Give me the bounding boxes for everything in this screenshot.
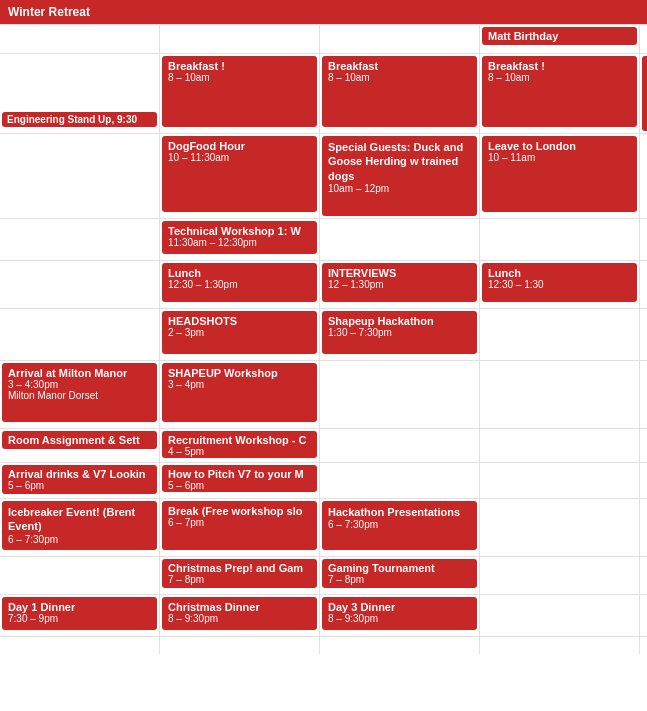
leave-london-event[interactable]: Leave to London 10 – 11am [482, 136, 637, 212]
col4-birthday [640, 25, 647, 53]
col1-technical: Technical Workshop 1: W 11:30am – 12:30p… [160, 219, 320, 260]
col0-headshots [0, 309, 160, 360]
gaming-tournament-event[interactable]: Gaming Tournament 7 – 8pm [322, 559, 477, 588]
col2-breakfast: Breakfast 8 – 10am [320, 54, 480, 133]
engineering-standup-label: Engineering Stand Up, 9:30 [7, 114, 137, 125]
col3-breakfast: Breakfast ! 8 – 10am [480, 54, 640, 133]
christmas-prep-event[interactable]: Christmas Prep! and Gam 7 – 8pm [162, 559, 317, 588]
breakfast-col1-event[interactable]: Breakfast ! 8 – 10am [162, 56, 317, 127]
lunch-col2-event[interactable]: Lunch 12:30 – 1:30 [482, 263, 637, 302]
col3-technical [480, 219, 640, 260]
shapeup-hackathon-title: Shapeup Hackathon [328, 315, 471, 327]
recruitment-workshop-event[interactable]: Recruitment Workshop - C 4 – 5pm [162, 431, 317, 458]
arrival-row: Arrival at Milton Manor 3 – 4:30pm Milto… [0, 360, 647, 428]
icebreaker-time: 6 – 7:30pm [8, 534, 151, 545]
shapeup-workshop-title: SHAPEUP Workshop [168, 367, 311, 379]
special-guests-event[interactable]: Special Guests: Duck and Goose Herding w… [322, 136, 477, 216]
col1-birthday [160, 25, 320, 53]
day3-dinner-event[interactable]: Day 3 Dinner 8 – 9:30pm [322, 597, 477, 630]
col1-dogfood: DogFood Hour 10 – 11:30am [160, 134, 320, 218]
christmas-dinner-event[interactable]: Christmas Dinner 8 – 9:30pm [162, 597, 317, 630]
breakfast-row: Engineering Stand Up, 9:30 Breakfast ! 8… [0, 53, 647, 133]
break-free-event[interactable]: Break (Free workshop slo 6 – 7pm [162, 501, 317, 550]
hackathon-presentations-time: 6 – 7:30pm [328, 519, 471, 530]
matt-birthday-event[interactable]: Matt Birthday [482, 27, 637, 45]
room-row: Room Assignment & Sett Recruitment Works… [0, 428, 647, 462]
breakfast-col2-title: Breakfast [328, 60, 471, 72]
gaming-tournament-time: 7 – 8pm [328, 574, 471, 585]
col1-interviews: Lunch 12:30 – 1:30pm [160, 261, 320, 308]
col0-breakfast: Engineering Stand Up, 9:30 [0, 54, 160, 133]
room-assignment-event[interactable]: Room Assignment & Sett [2, 431, 157, 449]
matt-birthday-row: Matt Birthday [0, 24, 647, 53]
breakfast-col2-event[interactable]: Breakfast 8 – 10am [322, 56, 477, 127]
technical-row: Technical Workshop 1: W 11:30am – 12:30p… [0, 218, 647, 260]
special-guests-time: 10am – 12pm [328, 183, 471, 194]
day3-dinner-time: 8 – 9:30pm [328, 613, 471, 624]
col3-dinner [480, 595, 640, 636]
break-free-time: 6 – 7pm [168, 517, 311, 528]
lunch-col2-title: Lunch [488, 267, 631, 279]
dogfood-row: DogFood Hour 10 – 11:30am Special Guests… [0, 133, 647, 218]
col4-headshots [640, 309, 647, 360]
how-to-pitch-event[interactable]: How to Pitch V7 to your M 5 – 6pm [162, 465, 317, 492]
winter-retreat-title: Winter Retreat [8, 5, 90, 19]
lunch-col2-time: 12:30 – 1:30 [488, 279, 631, 290]
headshots-event[interactable]: HEADSHOTS 2 – 3pm [162, 311, 317, 354]
col0-drinks: Arrival drinks & V7 Lookin 5 – 6pm [0, 463, 160, 498]
technical-workshop-title: Technical Workshop 1: W [168, 225, 311, 237]
arrival-drinks-event[interactable]: Arrival drinks & V7 Lookin 5 – 6pm [2, 465, 157, 494]
headshots-row: HEADSHOTS 2 – 3pm Shapeup Hackathon 1:30… [0, 308, 647, 360]
col4-dinner [640, 595, 647, 636]
hackathon-presentations-event[interactable]: Hackathon Presentations 6 – 7:30pm [322, 501, 477, 550]
breakfast-col3-time: 8 – 10am [488, 72, 631, 83]
calendar-container: Winter Retreat Matt Birthday Engineering… [0, 0, 647, 654]
breakfast-col3-event[interactable]: Breakfast ! 8 – 10am [482, 56, 637, 127]
breakfast-col1-time: 8 – 10am [168, 72, 311, 83]
arrival-title: Arrival at Milton Manor [8, 367, 151, 379]
col2-dogfood: Special Guests: Duck and Goose Herding w… [320, 134, 480, 218]
col3-icebreaker [480, 499, 640, 556]
col4-icebreaker [640, 499, 647, 556]
lunch-col1-event[interactable]: Lunch 12:30 – 1:30pm [162, 263, 317, 302]
technical-workshop-time: 11:30am – 12:30pm [168, 237, 311, 248]
arrival-drinks-time: 5 – 6pm [8, 480, 151, 491]
col0-interviews [0, 261, 160, 308]
drinks-row: Arrival drinks & V7 Lookin 5 – 6pm How t… [0, 462, 647, 498]
interviews-title: INTERVIEWS [328, 267, 471, 279]
shapeup-hackathon-event[interactable]: Shapeup Hackathon 1:30 – 7:30pm [322, 311, 477, 354]
icebreaker-event[interactable]: Icebreaker Event! (Brent Event) 6 – 7:30… [2, 501, 157, 550]
col0-icebreaker: Icebreaker Event! (Brent Event) 6 – 7:30… [0, 499, 160, 556]
col1-icebreaker: Break (Free workshop slo 6 – 7pm [160, 499, 320, 556]
col2-icebreaker: Hackathon Presentations 6 – 7:30pm [320, 499, 480, 556]
col3-birthday: Matt Birthday [480, 25, 640, 53]
interviews-event[interactable]: INTERVIEWS 12 – 1:30pm [322, 263, 477, 302]
col0-dinner: Day 1 Dinner 7:30 – 9pm [0, 595, 160, 636]
christmas-prep-title: Christmas Prep! and Gam [168, 562, 311, 574]
col0-room: Room Assignment & Sett [0, 429, 160, 462]
col4-interviews [640, 261, 647, 308]
day1-dinner-event[interactable]: Day 1 Dinner 7:30 – 9pm [2, 597, 157, 630]
col1-xmasprep: Christmas Prep! and Gam 7 – 8pm [160, 557, 320, 594]
shapeup-workshop-time: 3 – 4pm [168, 379, 311, 390]
arrival-event[interactable]: Arrival at Milton Manor 3 – 4:30pm Milto… [2, 363, 157, 422]
col3-arrival [480, 361, 640, 428]
bottom-row [0, 636, 647, 654]
engineering-standup[interactable]: Engineering Stand Up, 9:30 [2, 112, 157, 127]
headshots-title: HEADSHOTS [168, 315, 311, 327]
col1-dinner: Christmas Dinner 8 – 9:30pm [160, 595, 320, 636]
lunch-col1-time: 12:30 – 1:30pm [168, 279, 311, 290]
col3-drinks [480, 463, 640, 498]
dogfood-event[interactable]: DogFood Hour 10 – 11:30am [162, 136, 317, 212]
col4-drinks [640, 463, 647, 498]
yoga-label[interactable]: Yoga with A [642, 56, 647, 131]
col0-birthday [0, 25, 160, 53]
arrival-drinks-title: Arrival drinks & V7 Lookin [8, 468, 151, 480]
shapeup-workshop-event[interactable]: SHAPEUP Workshop 3 – 4pm [162, 363, 317, 422]
technical-workshop-event[interactable]: Technical Workshop 1: W 11:30am – 12:30p… [162, 221, 317, 254]
break-free-title: Break (Free workshop slo [168, 505, 311, 517]
leave-london-time: 10 – 11am [488, 152, 631, 163]
shapeup-hackathon-time: 1:30 – 7:30pm [328, 327, 471, 338]
breakfast-col3-title: Breakfast ! [488, 60, 631, 72]
how-to-pitch-title: How to Pitch V7 to your M [168, 468, 311, 480]
